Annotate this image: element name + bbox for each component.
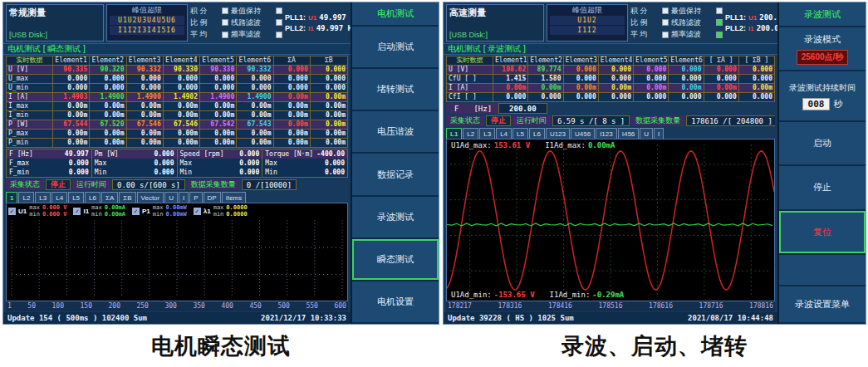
checkbox[interactable] xyxy=(662,19,669,26)
value-cell: 0.000 xyxy=(200,84,237,92)
value-cell: 0.00m xyxy=(200,111,237,120)
menu-item-0[interactable]: 电机测试 xyxy=(352,2,439,27)
tab-L6[interactable]: L6 xyxy=(85,192,101,203)
tab-1[interactable]: 1 xyxy=(6,192,17,203)
menu-item-2[interactable]: 堵转测试 xyxy=(352,69,439,111)
measure-group: Speed [rpm]0.000Max0.000Min0.000 xyxy=(178,149,263,177)
tab-Vector[interactable]: Vector xyxy=(137,192,164,203)
screen-title: 常规测量 xyxy=(9,7,101,19)
screen-title: 高速测量 xyxy=(449,7,541,19)
tab-L5[interactable]: L5 xyxy=(512,128,528,139)
value-cell: 0.00m xyxy=(90,111,126,120)
toggle-row: 频率滤波 xyxy=(231,29,282,40)
toggle-row: 频率滤波 xyxy=(671,29,723,40)
checkbox[interactable] xyxy=(222,32,228,38)
value-cell: 0.00m xyxy=(90,139,126,147)
checkbox-icon[interactable]: ✓ xyxy=(8,208,16,215)
checkbox[interactable] xyxy=(716,19,723,26)
record-duration-label: 录波测试持续时间 xyxy=(789,82,856,94)
reset-button-label: 复位 xyxy=(813,226,831,238)
tab-ΣB[interactable]: ΣB xyxy=(119,192,135,203)
value-cell: 0.00m xyxy=(53,139,90,147)
value-cell: 90.330 xyxy=(200,66,237,74)
tab-L3[interactable]: L3 xyxy=(479,128,495,139)
column-header: Element3 xyxy=(127,56,164,65)
menu-item-record-settings[interactable]: 录波设置菜单 xyxy=(779,286,866,325)
pll-line: PLL2:I1200.00 Hz xyxy=(725,24,775,32)
row-label: U [V] xyxy=(7,66,53,74)
realtime-data-table: 实时数据Element1Element2Element3Element4Elem… xyxy=(6,56,348,148)
tab-L2[interactable]: L2 xyxy=(18,192,34,203)
checkbox[interactable] xyxy=(716,32,723,38)
menu-item-stop[interactable]: 停止 xyxy=(779,166,866,210)
toggle-row: 最值保持 xyxy=(671,6,723,17)
toggle-row: 比 例 xyxy=(190,17,228,28)
toggle-row: 积 分 xyxy=(190,6,228,17)
right-status-bar: Update 39228 ( HS ) 1025 Sum 2021/08/17 … xyxy=(444,312,777,324)
menu-item-4[interactable]: 数据记录 xyxy=(352,154,439,196)
tab-L3[interactable]: L3 xyxy=(35,192,51,203)
checkbox[interactable] xyxy=(716,7,723,14)
checkbox[interactable] xyxy=(662,7,669,14)
peak-over-limit-box: 峰值超限 U1U2 I1I2 xyxy=(547,4,628,42)
menu-item-5[interactable]: 录波测试 xyxy=(352,197,439,239)
menu-item-7[interactable]: 电机设置 xyxy=(352,281,439,324)
filter-toggles: 最值保持线路滤波频率滤波 xyxy=(231,4,282,42)
checkbox[interactable] xyxy=(276,19,282,26)
tab-ΣA[interactable]: ΣA xyxy=(101,192,118,203)
value-cell: 1.4900 xyxy=(127,93,164,101)
tab-L1[interactable]: L1 xyxy=(446,128,462,139)
menu-item-6[interactable]: 瞬态测试 xyxy=(352,239,439,281)
menu-item-start[interactable]: 启动 xyxy=(779,122,866,166)
checkbox[interactable] xyxy=(222,7,228,14)
checkbox-icon[interactable]: ✓ xyxy=(73,208,81,215)
checkbox-icon[interactable]: ✓ xyxy=(194,208,201,215)
tab-Items[interactable]: Items xyxy=(222,192,247,203)
checkbox[interactable] xyxy=(276,32,282,38)
tab-I[interactable]: I xyxy=(654,128,664,139)
tab-U[interactable]: U xyxy=(164,192,178,203)
value-cell: 1.4902 xyxy=(164,93,200,101)
value-cell: 0.00m xyxy=(528,84,563,92)
tab-P[interactable]: P xyxy=(189,192,202,203)
menu-item-3[interactable]: 电压谐波 xyxy=(352,111,439,154)
tab-I456[interactable]: I456 xyxy=(618,128,640,139)
tab-U123[interactable]: U123 xyxy=(546,128,570,139)
tab-DP[interactable]: DP xyxy=(204,192,221,203)
value-cell: 0.00m xyxy=(634,84,669,92)
checkbox[interactable] xyxy=(276,7,282,14)
legend-entry: ✓P1max0.00mWmin0.00mW xyxy=(132,204,187,218)
tab-I123[interactable]: I123 xyxy=(596,128,617,139)
menu-item-1[interactable]: 启动测试 xyxy=(352,27,439,69)
value-cell: 0.000 xyxy=(739,93,774,101)
tab-L2[interactable]: L2 xyxy=(463,128,478,139)
tab-I[interactable]: I xyxy=(179,192,189,203)
checkbox[interactable] xyxy=(222,19,228,26)
tab-L5[interactable]: L5 xyxy=(68,192,84,203)
menu-item-record-duration[interactable]: 录波测试持续时间 008 秒 xyxy=(779,71,866,122)
tab-U456[interactable]: U456 xyxy=(571,128,595,139)
trend-grid xyxy=(7,203,347,301)
tab-L4[interactable]: L4 xyxy=(51,192,67,203)
x-tick-label: 550 xyxy=(306,302,317,311)
peak-current-channels: I1I2I3I4I5I6 xyxy=(110,26,184,35)
tab-L4[interactable]: L4 xyxy=(496,128,512,139)
record-duration-input[interactable]: 008 xyxy=(802,98,831,110)
waveform-chart xyxy=(447,139,774,301)
value-cell: 0.000 xyxy=(704,75,739,83)
value-cell: 0.000 xyxy=(164,75,200,83)
row-label: U [V] xyxy=(447,66,493,74)
table-row: I_min0.00m0.00m0.00m0.00m0.00m0.00m0.00m… xyxy=(7,111,347,120)
table-row: U_max0.0000.0000.0000.0000.0000.0000.000… xyxy=(7,75,347,84)
tab-U[interactable]: U xyxy=(640,128,653,139)
menu-item-reset[interactable]: 复位 xyxy=(779,211,866,255)
menu-item-record-mode[interactable]: 录波模式 25600点/秒 xyxy=(779,27,866,71)
table-row: P [W]67.54467.52067.54667.54667.54267.54… xyxy=(7,120,347,130)
value-cell: 0.00m xyxy=(493,84,528,92)
toggle-row: 最值保持 xyxy=(231,6,282,17)
tab-L6[interactable]: L6 xyxy=(529,128,545,139)
value-cell: 0.00m xyxy=(127,130,164,138)
checkbox[interactable] xyxy=(662,32,669,38)
value-cell: 0.000 xyxy=(311,66,347,74)
checkbox-icon[interactable]: ✓ xyxy=(132,208,140,215)
